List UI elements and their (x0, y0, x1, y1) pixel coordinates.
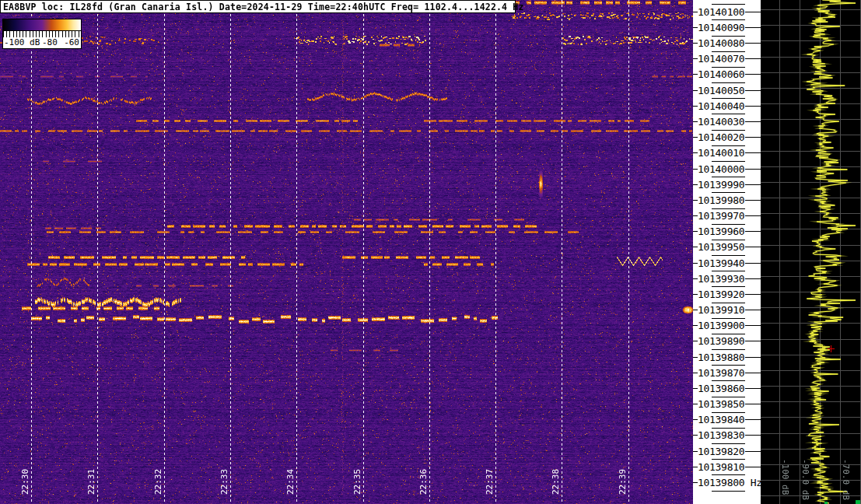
freq-minor-tick (712, 4, 745, 5)
freq-tick-text: 10140050 (698, 85, 744, 96)
freq-tick-label: 10140100 (693, 6, 761, 17)
freq-tick-label: 10139820 (693, 446, 761, 457)
color-gradient-bar (3, 19, 81, 31)
time-tick-label: 22:32 (154, 468, 163, 495)
freq-tick-line (745, 278, 761, 279)
freq-tick-text: 10139940 (698, 257, 744, 269)
freq-tick-label: 10139830 (693, 430, 761, 441)
freq-minor-tick (712, 474, 745, 475)
legend-label-max: -60 (64, 37, 79, 48)
time-tick-label: 22:35 (353, 468, 362, 495)
freq-tick-text: 10139910 (698, 304, 744, 316)
freq-tick-text: 10140020 (698, 131, 744, 143)
freq-tick-line (745, 388, 761, 389)
freq-tick-line (745, 404, 761, 404)
freq-tick-text: 10139810 (698, 461, 744, 473)
freq-tick-label: 10140020 (693, 132, 761, 143)
freq-minor-tick (712, 443, 745, 444)
freq-tick-text: 10139930 (698, 273, 744, 285)
time-tick-label: 22:39 (618, 468, 628, 495)
legend-labels: -100 dB -80 -60 (3, 37, 81, 48)
freq-tick-text: 10140070 (698, 53, 744, 65)
time-tick-label: 22:36 (419, 468, 429, 495)
freq-tick-label: 10139900 (693, 320, 761, 331)
freq-minor-tick (712, 192, 745, 193)
freq-tick-text: 10139960 (698, 226, 744, 237)
freq-tick-text: 10139900 (698, 320, 744, 331)
freq-minor-tick (712, 459, 745, 460)
legend-label-min: -100 dB (4, 37, 40, 48)
freq-minor-tick (712, 19, 745, 20)
freq-minor-tick (712, 36, 745, 37)
freq-tick-label: 10139940 (693, 257, 761, 268)
frequency-axis: 1014010010140090101400801014007010140060… (693, 0, 761, 504)
freq-tick-text: 10139970 (698, 210, 744, 222)
freq-tick-line (745, 58, 761, 59)
spectrum-graph[interactable] (761, 0, 861, 504)
freq-tick-line (745, 152, 761, 153)
freq-tick-line (745, 169, 761, 170)
freq-minor-tick (712, 365, 745, 366)
freq-tick-line (745, 373, 761, 373)
freq-tick-label: 10139950 (693, 242, 761, 253)
freq-tick-label: 10139850 (693, 399, 761, 410)
freq-minor-tick (712, 397, 745, 397)
freq-minor-tick (712, 491, 745, 492)
freq-tick-label: 10139920 (693, 289, 761, 299)
freq-tick-line (745, 74, 761, 75)
freq-minor-tick (712, 208, 745, 209)
freq-tick-text: 10139890 (698, 335, 744, 347)
color-scale-legend: -100 dB -80 -60 (2, 19, 82, 49)
freq-tick-line (745, 467, 761, 467)
freq-tick-line (745, 263, 761, 264)
freq-tick-line (745, 106, 761, 107)
freq-tick-label: 10140040 (693, 100, 761, 111)
freq-tick-line (745, 247, 761, 247)
freq-tick-text: 10140060 (698, 68, 744, 80)
freq-tick-text: 10140000 (698, 163, 744, 175)
freq-minor-tick (712, 412, 745, 413)
freq-tick-label: 10140060 (693, 69, 761, 80)
freq-tick-line (745, 27, 761, 28)
freq-minor-tick (712, 224, 745, 225)
time-tick-label: 22:31 (87, 468, 96, 495)
freq-tick-text: 10139830 (698, 429, 744, 441)
freq-tick-text: 10139840 (698, 414, 744, 425)
freq-tick-line (745, 357, 761, 358)
legend-label-mid: -80 (42, 37, 58, 48)
freq-tick-label: 10140010 (693, 148, 761, 159)
freq-tick-text: 10139870 (698, 367, 744, 379)
grabber-screenshot: 22:3022:3122:3222:3322:3422:3522:3622:37… (0, 0, 861, 504)
freq-tick-text: 10140040 (698, 100, 744, 112)
freq-minor-tick (712, 114, 745, 114)
freq-tick-line (745, 419, 761, 420)
freq-minor-tick (712, 98, 745, 99)
freq-minor-tick (712, 255, 745, 256)
waterfall-spectrogram[interactable] (0, 0, 693, 504)
freq-minor-tick (712, 286, 745, 287)
freq-tick-label: 10139800 Hz (693, 477, 761, 488)
freq-tick-label: 10139890 (693, 336, 761, 347)
freq-tick-label: 10139910 (693, 305, 761, 316)
db-tick-label: -90.0 dB (800, 459, 810, 502)
freq-tick-text: 10139820 (698, 446, 744, 457)
time-tick-label: 22:33 (220, 468, 229, 495)
freq-minor-tick (712, 380, 745, 381)
legend-tick-marks (3, 31, 81, 37)
freq-minor-tick (712, 240, 745, 240)
freq-tick-label: 10140080 (693, 38, 761, 49)
freq-tick-text: 10140080 (698, 37, 744, 49)
freq-tick-label: 10139960 (693, 226, 761, 237)
freq-tick-label: 10139860 (693, 383, 761, 394)
freq-tick-line (745, 12, 761, 12)
freq-tick-label: 10139980 (693, 194, 761, 205)
freq-minor-tick (712, 303, 745, 303)
freq-minor-tick (712, 428, 745, 429)
freq-tick-text: 10139990 (698, 179, 744, 191)
freq-minor-tick (712, 145, 745, 146)
title-bar: EA8BVP loc: IL28fd (Gran Canaria Isl.) D… (0, 0, 516, 13)
freq-tick-line (745, 200, 761, 201)
freq-tick-line (745, 43, 761, 44)
freq-tick-label: 10139810 (693, 461, 761, 472)
freq-tick-label: 10139970 (693, 211, 761, 222)
